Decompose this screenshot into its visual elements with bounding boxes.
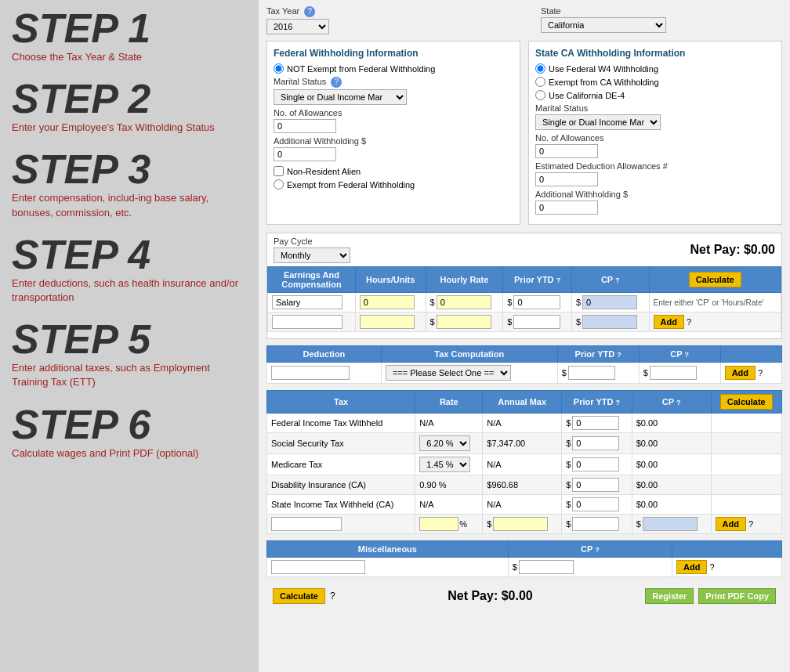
tax-year-info-icon[interactable]: ?: [304, 6, 315, 17]
ded-name-header: Deduction: [267, 346, 382, 363]
tax-medicare-ytd-input[interactable]: [572, 457, 619, 471]
misc-name-input[interactable]: [271, 560, 365, 574]
tax-federal-rate: N/A: [415, 414, 483, 433]
non-resident-checkbox[interactable]: [274, 166, 284, 176]
bottom-left: Calculate ?: [273, 588, 335, 604]
not-exempt-radio[interactable]: [274, 63, 284, 74]
marital-info-icon[interactable]: ?: [331, 77, 342, 88]
print-btn[interactable]: Print PDF Copy: [698, 588, 776, 604]
additional-withholding-input[interactable]: [274, 147, 336, 161]
step-3-desc: Enter compensation, includ-ing base sala…: [12, 191, 247, 219]
misc-table: Miscellaneous CP ? $: [266, 540, 782, 577]
fed-marital-select[interactable]: Single or Dual Income Mar Married Head o…: [274, 89, 407, 105]
earnings-add-btn[interactable]: Add: [654, 315, 684, 329]
state-title: State CA Withholding Information: [535, 48, 775, 59]
salary-rate-cell: $: [426, 293, 503, 313]
tax-max-header: Annual Max: [483, 391, 562, 414]
not-exempt-row: NOT Exempt from Federal Withholding: [274, 63, 513, 74]
ded-computation-select[interactable]: === Please Select One ===: [386, 365, 511, 381]
tax-table: Tax Rate Annual Max Prior YTD ? CP ? Cal…: [266, 390, 782, 534]
ded-name-input[interactable]: [271, 366, 350, 380]
tax-disability-ytd-input[interactable]: [572, 478, 619, 492]
salary-rate-input[interactable]: [437, 295, 491, 309]
earnings-add-name-input[interactable]: [272, 315, 342, 329]
tax-add-name-input[interactable]: [271, 517, 342, 531]
earnings-add-ytd-input[interactable]: [513, 315, 560, 329]
tax-add-ytd-input[interactable]: [572, 517, 619, 531]
state-select[interactable]: California New York Texas: [541, 17, 666, 33]
ca-marital-select[interactable]: Single or Dual Income Mar Married Head o…: [535, 114, 661, 130]
ca-allowances-input[interactable]: [535, 144, 598, 158]
not-exempt-label: NOT Exempt from Federal Withholding: [287, 64, 435, 74]
salary-hours-input[interactable]: [360, 295, 415, 309]
ded-cp-input[interactable]: [650, 366, 697, 380]
federal-title: Federal Withholding Information: [274, 48, 513, 59]
ded-add-info-icon[interactable]: ?: [758, 368, 763, 378]
use-de4-radio[interactable]: [535, 90, 545, 100]
tax-medicare-rate: 1.45 %: [415, 454, 483, 475]
tax-add-btn[interactable]: Add: [716, 517, 746, 531]
salary-ytd-input[interactable]: [513, 295, 560, 309]
deduction-row: === Please Select One === $ $: [267, 363, 782, 384]
earnings-add-rate-input[interactable]: [437, 315, 491, 329]
tax-ss-cp: $0.00: [632, 433, 711, 454]
step-5-block: STEP 5 Enter additional taxes, such as E…: [12, 319, 247, 389]
misc-add-info-icon[interactable]: ?: [710, 562, 715, 572]
salary-note-cell: Enter either 'CP' or 'Hours/Rate': [649, 293, 781, 313]
use-federal-radio[interactable]: [535, 63, 545, 74]
tax-state-income-ytd: $: [562, 495, 632, 515]
earnings-add-hours-input[interactable]: [360, 315, 415, 329]
tax-federal-ytd-input[interactable]: [572, 416, 619, 430]
bottom-bar: Calculate ? Net Pay: $0.00 Register Prin…: [266, 583, 782, 609]
exempt-fed-row: Exempt from Federal Withholding: [274, 179, 513, 190]
bottom-calc-info-icon[interactable]: ?: [330, 591, 335, 602]
allowances-field: No. of Allowances: [274, 108, 513, 133]
tax-add-rate-cell: %: [415, 515, 483, 534]
salary-name-input[interactable]: [272, 295, 342, 309]
tax-medicare-rate-select[interactable]: 1.45 %: [419, 457, 470, 472]
ded-add-btn[interactable]: Add: [725, 366, 756, 380]
tax-medicare-action: [711, 454, 781, 475]
ded-ytd-input[interactable]: [568, 366, 615, 380]
step-2-block: STEP 2 Enter your Employee's Tax Withold…: [12, 78, 247, 135]
tax-add-cp-input[interactable]: [643, 517, 698, 531]
earnings-col-header: Earnings AndCompensation: [268, 267, 356, 293]
allowances-input[interactable]: [274, 119, 336, 133]
tax-add-max-input[interactable]: [493, 517, 548, 531]
tax-calculate-btn[interactable]: Calculate: [720, 394, 773, 410]
register-btn[interactable]: Register: [645, 588, 694, 604]
cp-col-header: CP ?: [571, 267, 649, 293]
main-content: Tax Year ? 2016 2015 2017 State Californ…: [259, 0, 790, 672]
ded-ytd-cell: $: [557, 363, 639, 384]
net-pay-top: Net Pay: $0.00: [690, 243, 775, 257]
tax-ss-ytd-input[interactable]: [572, 436, 619, 450]
earnings-add-row: $ $ $: [268, 313, 781, 332]
tax-state-income-ytd-input[interactable]: [572, 497, 619, 511]
step-1-desc: Choose the Tax Year & State: [12, 50, 247, 64]
ca-estimated-input[interactable]: [535, 172, 598, 186]
exempt-ca-radio[interactable]: [535, 77, 545, 87]
tax-ss-max: $7,347.00: [483, 433, 562, 454]
tax-add-info-icon[interactable]: ?: [748, 519, 753, 529]
ca-estimated-field: Estimated Deduction Allowances #: [535, 161, 775, 186]
bottom-calculate-btn[interactable]: Calculate: [273, 588, 325, 604]
exempt-fed-radio[interactable]: [274, 179, 284, 190]
tax-year-select[interactable]: 2016 2015 2017: [266, 19, 329, 34]
earnings-add-info-icon[interactable]: ?: [687, 317, 691, 327]
salary-cp-input[interactable]: [582, 295, 637, 309]
misc-cp-input[interactable]: [519, 560, 574, 574]
ded-action-header: [720, 346, 781, 363]
pay-cycle-select[interactable]: Monthly Weekly Bi-Weekly Semi-Monthly Da…: [274, 247, 350, 263]
net-pay-bottom: Net Pay: $0.00: [448, 589, 533, 603]
ca-additional-input[interactable]: [535, 201, 598, 215]
earnings-add-cp-input[interactable]: [582, 315, 637, 329]
exempt-fed-label: Exempt from Federal Withholding: [287, 180, 415, 190]
ca-marital-field: Marital Status Single or Dual Income Mar…: [535, 103, 775, 130]
step-4-desc: Enter deductions, such as health insuran…: [12, 276, 247, 305]
ca-marital-label: Marital Status: [535, 103, 775, 113]
misc-add-btn[interactable]: Add: [676, 560, 707, 574]
earnings-calculate-btn[interactable]: Calculate: [689, 272, 741, 287]
tax-ss-rate-select[interactable]: 6.20 %: [419, 435, 470, 451]
tax-add-rate-input[interactable]: [419, 517, 458, 531]
non-resident-row: Non-Resident Alien: [274, 166, 513, 176]
